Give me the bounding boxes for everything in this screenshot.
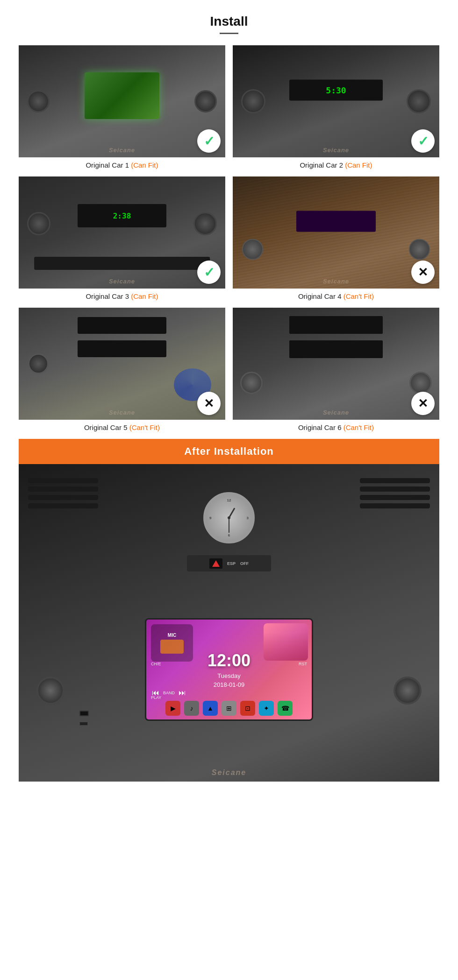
fit-badge-4: ✕ xyxy=(411,261,435,284)
after-watermark: Seicane xyxy=(212,768,246,777)
car-name-4: Original Car 4 xyxy=(298,292,342,300)
car-dash-3: 2:38 ✓ Seicane xyxy=(19,176,225,289)
car-image-1: ✓ Seicane xyxy=(19,45,225,157)
car-item-3: 2:38 ✓ Seicane Original Car 3 (Can Fit) xyxy=(19,176,225,300)
car-label-2: Original Car 2 (Can Fit) xyxy=(300,161,372,169)
car-grid-row1: ✓ Seicane Original Car 1 (Can Fit) 5:30 … xyxy=(19,45,439,169)
car-name-1: Original Car 1 xyxy=(86,161,129,169)
car-fit-4: (Can't Fit) xyxy=(344,292,374,300)
after-install-banner: After Installation xyxy=(19,439,439,464)
car-fit-5: (Can't Fit) xyxy=(129,423,160,431)
page-wrapper: Install ✓ Seicane Original Car 1 (Can Fi… xyxy=(0,0,458,800)
watermark-6: Seicane xyxy=(323,409,349,416)
watermark-4: Seicane xyxy=(323,278,349,285)
car-item-2: 5:30 ✓ Seicane Original Car 2 (Can Fit) xyxy=(233,45,439,169)
car-fit-2: (Can Fit) xyxy=(345,161,372,169)
watermark-5: Seicane xyxy=(109,409,135,416)
sd-slot xyxy=(79,722,88,726)
car-name-3: Original Car 3 xyxy=(86,292,129,300)
car-item-6: ✕ Seicane Original Car 6 (Can't Fit) xyxy=(233,308,439,431)
watermark-1: Seicane xyxy=(109,147,135,154)
android-screen: MIC 12:00 Tuesday 2018-01-09 xyxy=(146,620,312,719)
car-image-2: 5:30 ✓ Seicane xyxy=(233,45,439,157)
car-image-4: ✕ Seicane xyxy=(233,176,439,289)
clock-display: 12 6 9 3 xyxy=(203,492,255,543)
car-dash-1: ✓ Seicane xyxy=(19,45,225,157)
car-dash-5: ✕ Seicane xyxy=(19,308,225,420)
time-display: 12:00 xyxy=(208,651,250,670)
car-item-1: ✓ Seicane Original Car 1 (Can Fit) xyxy=(19,45,225,169)
fit-badge-1: ✓ xyxy=(197,129,221,153)
car-dash-4: ✕ Seicane xyxy=(233,176,439,289)
date-display: 2018-01-09 xyxy=(214,681,245,688)
page-title: Install xyxy=(19,14,439,29)
day-display: Tuesday xyxy=(217,672,240,679)
car-image-3: 2:38 ✓ Seicane xyxy=(19,176,225,289)
car-name-5: Original Car 5 xyxy=(84,423,128,431)
right-knob xyxy=(394,677,422,705)
car-grid-row2: 2:38 ✓ Seicane Original Car 3 (Can Fit) xyxy=(19,176,439,300)
android-head-unit: MIC 12:00 Tuesday 2018-01-09 xyxy=(145,618,313,721)
car-name-6: Original Car 6 xyxy=(298,423,342,431)
fit-badge-6: ✕ xyxy=(411,392,435,415)
watermark-3: Seicane xyxy=(109,278,135,285)
after-install-image: 12 6 9 3 ESP OFF xyxy=(19,464,439,782)
car-image-6: ✕ Seicane xyxy=(233,308,439,420)
watermark-2: Seicane xyxy=(323,147,349,154)
car-item-4: ✕ Seicane Original Car 4 (Can't Fit) xyxy=(233,176,439,300)
after-install-section: After Installation xyxy=(19,439,439,782)
fit-badge-2: ✓ xyxy=(411,129,435,153)
car-label-4: Original Car 4 (Can't Fit) xyxy=(298,292,374,300)
car-dash-6: ✕ Seicane xyxy=(233,308,439,420)
car-image-5: ✕ Seicane xyxy=(19,308,225,420)
left-knob xyxy=(36,677,64,705)
car-fit-1: (Can Fit) xyxy=(131,161,158,169)
car-name-2: Original Car 2 xyxy=(300,161,343,169)
after-big-dash: 12 6 9 3 ESP OFF xyxy=(19,464,439,782)
car-label-3: Original Car 3 (Can Fit) xyxy=(86,292,158,300)
car-grid-row3: ✕ Seicane Original Car 5 (Can't Fit) ✕ S… xyxy=(19,308,439,431)
title-underline xyxy=(220,33,238,34)
usb-port xyxy=(79,711,89,716)
fit-badge-3: ✓ xyxy=(197,261,221,284)
car-label-6: Original Car 6 (Can't Fit) xyxy=(298,423,374,431)
car-label-5: Original Car 5 (Can't Fit) xyxy=(84,423,160,431)
car-item-5: ✕ Seicane Original Car 5 (Can't Fit) xyxy=(19,308,225,431)
car-dash-2: 5:30 ✓ Seicane xyxy=(233,45,439,157)
car-fit-3: (Can Fit) xyxy=(131,292,158,300)
car-label-1: Original Car 1 (Can Fit) xyxy=(86,161,158,169)
fit-badge-5: ✕ xyxy=(197,392,221,415)
car-fit-6: (Can't Fit) xyxy=(344,423,374,431)
